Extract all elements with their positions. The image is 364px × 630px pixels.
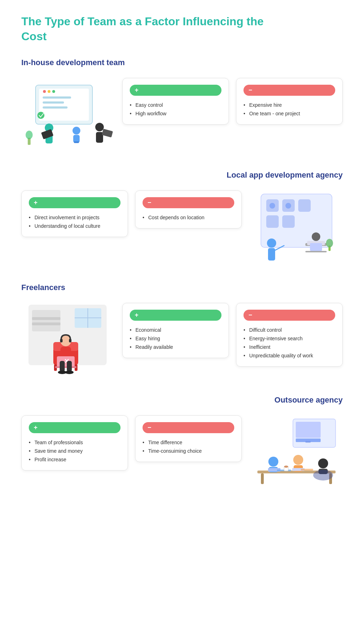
card-local-pro: + Direct involvement in projects Underst… [21,190,128,237]
card-header-outsource-con: − [143,422,234,433]
svg-point-8 [37,112,44,119]
cards-row-outsource: + Team of professionals Save time and mo… [21,415,242,471]
svg-point-81 [284,466,288,468]
card-header-inhouse-con: − [243,85,335,96]
svg-point-21 [26,131,33,139]
svg-point-4 [52,90,55,93]
svg-rect-36 [310,243,322,251]
section-local: Local app development agency + Direct in… [21,170,343,262]
svg-rect-5 [43,96,71,99]
svg-point-69 [268,457,278,467]
section-row-local: + Direct involvement in projects Underst… [21,190,343,262]
svg-rect-7 [43,106,68,109]
con-item: Time-consuiming choice [143,447,234,455]
section-row-inhouse: + Easy control High workflow − Expensive… [21,78,343,149]
pro-item: High workflow [130,109,221,118]
svg-rect-59 [67,361,72,372]
section-outsource: Outsource agency + Team of professionals… [21,395,343,487]
svg-point-13 [73,127,80,135]
section-inhouse: In-house development team [21,58,343,149]
svg-rect-1 [39,89,89,121]
svg-rect-58 [60,361,65,372]
con-item: Time difference [143,438,234,447]
card-header-local-pro: + [29,197,121,208]
svg-rect-67 [261,473,264,484]
card-local-con: − Cost depends on location [135,190,242,229]
pro-item: Direct involvement in projects [29,213,121,222]
svg-point-75 [318,458,328,468]
svg-point-39 [326,239,333,247]
svg-rect-42 [32,317,60,320]
illustration-outsource [250,415,343,487]
section-row-freelancers: ✕ + Economical Easy hiring Readily avail… [21,303,343,374]
con-item: Difficult control [243,326,335,334]
svg-rect-63 [296,422,321,438]
section-title-local: Local app development agency [21,170,343,180]
svg-point-30 [267,238,276,248]
pro-item: Easy hiring [130,334,221,343]
section-title-inhouse: In-house development team [21,58,343,67]
cards-row-inhouse: + Easy control High workflow − Expensive… [122,78,343,125]
svg-rect-25 [298,199,311,212]
pro-item: Save time and money [29,447,121,455]
con-item: Energy-intensive search [243,334,335,343]
illustration-local [250,190,343,262]
svg-point-33 [312,232,320,241]
svg-rect-41 [32,310,60,331]
section-freelancers: Freelancers [21,283,343,374]
con-item: Unpredictable quality of work [243,351,335,360]
svg-rect-31 [268,248,275,261]
pro-item: Team of professionals [29,438,121,447]
card-header-freelancers-pro: + [130,310,221,321]
pro-item: Easy control [130,101,221,109]
illustration-freelancers: ✕ [21,303,114,374]
con-item: Expensive hire [243,101,335,109]
pro-item: Understanding of local culture [29,222,121,230]
svg-rect-37 [305,251,327,252]
card-header-outsource-pro: + [29,422,121,433]
cards-row-local: + Direct involvement in projects Underst… [21,190,242,237]
svg-point-2 [43,90,46,93]
svg-rect-52 [60,339,63,342]
svg-rect-65 [305,441,311,443]
svg-rect-27 [282,215,295,228]
con-item: Inefficient [243,343,335,351]
illustration-inhouse [21,78,114,149]
card-inhouse-con: − Expensive hire One team - one project [236,78,343,125]
con-item: Cost depends on location [143,213,234,222]
svg-point-3 [48,90,50,93]
card-outsource-con: − Time difference Time-consuiming choice [135,415,242,462]
page-title: The Type of Team as a Factor Influencing… [21,14,343,44]
pro-item: Economical [130,326,221,334]
cards-row-freelancers: + Economical Easy hiring Readily availab… [122,303,343,367]
svg-rect-53 [69,339,71,342]
card-freelancers-con: − Difficult control Energy-intensive sea… [236,303,343,367]
card-outsource-pro: + Team of professionals Save time and mo… [21,415,128,471]
section-title-freelancers: Freelancers [21,283,343,292]
svg-rect-56 [55,366,76,368]
svg-rect-6 [43,101,64,104]
svg-point-77 [313,470,333,481]
card-freelancers-pro: + Economical Easy hiring Readily availab… [122,303,229,358]
svg-point-29 [285,203,291,209]
svg-rect-79 [301,469,313,471]
pro-item: Readily available [130,343,221,351]
svg-rect-43 [32,322,60,325]
con-item: One team - one project [243,109,335,118]
section-row-outsource: + Team of professionals Save time and mo… [21,415,343,487]
svg-rect-19 [102,129,113,138]
card-header-freelancers-con: − [243,310,335,321]
svg-rect-26 [266,215,279,228]
svg-rect-15 [74,141,79,143]
svg-point-72 [293,455,303,465]
svg-point-61 [65,371,74,374]
pro-item: Profit increase [29,455,121,464]
svg-point-28 [269,203,275,209]
section-title-outsource: Outsource agency [21,395,343,405]
card-inhouse-pro: + Easy control High workflow [122,78,229,125]
card-header-inhouse-pro: + [130,85,221,96]
svg-point-16 [95,123,104,131]
svg-rect-17 [96,132,103,143]
card-header-local-con: − [143,197,234,208]
